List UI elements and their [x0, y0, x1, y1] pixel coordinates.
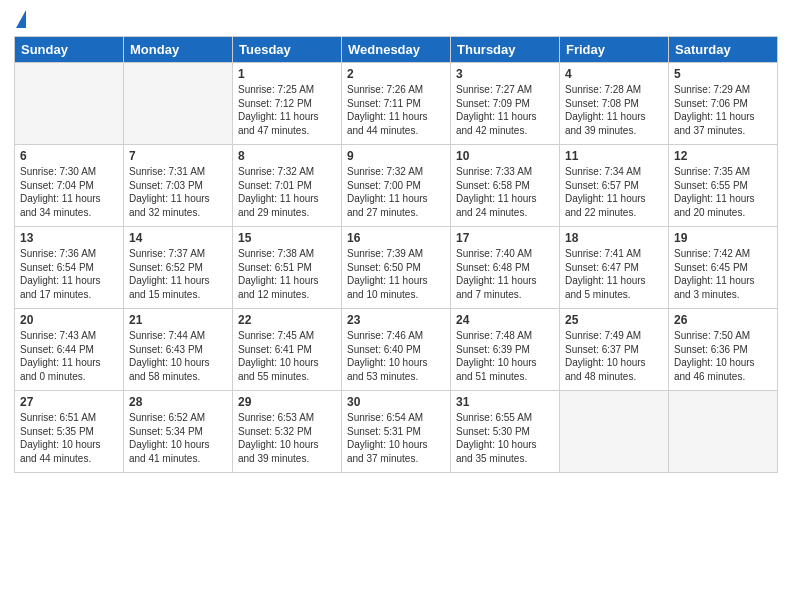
day-number: 1	[238, 67, 336, 81]
day-number: 24	[456, 313, 554, 327]
day-info: Sunrise: 7:43 AM Sunset: 6:44 PM Dayligh…	[20, 329, 118, 383]
day-number: 14	[129, 231, 227, 245]
calendar-cell: 4Sunrise: 7:28 AM Sunset: 7:08 PM Daylig…	[560, 63, 669, 145]
day-info: Sunrise: 7:30 AM Sunset: 7:04 PM Dayligh…	[20, 165, 118, 219]
calendar-cell	[15, 63, 124, 145]
day-number: 22	[238, 313, 336, 327]
calendar-cell: 19Sunrise: 7:42 AM Sunset: 6:45 PM Dayli…	[669, 227, 778, 309]
day-info: Sunrise: 6:53 AM Sunset: 5:32 PM Dayligh…	[238, 411, 336, 465]
calendar-cell: 26Sunrise: 7:50 AM Sunset: 6:36 PM Dayli…	[669, 309, 778, 391]
day-number: 12	[674, 149, 772, 163]
calendar-cell	[560, 391, 669, 473]
day-number: 16	[347, 231, 445, 245]
calendar-cell	[124, 63, 233, 145]
day-number: 31	[456, 395, 554, 409]
header-friday: Friday	[560, 37, 669, 63]
calendar-cell: 12Sunrise: 7:35 AM Sunset: 6:55 PM Dayli…	[669, 145, 778, 227]
day-info: Sunrise: 7:36 AM Sunset: 6:54 PM Dayligh…	[20, 247, 118, 301]
header-row: SundayMondayTuesdayWednesdayThursdayFrid…	[15, 37, 778, 63]
day-info: Sunrise: 7:49 AM Sunset: 6:37 PM Dayligh…	[565, 329, 663, 383]
calendar-cell: 14Sunrise: 7:37 AM Sunset: 6:52 PM Dayli…	[124, 227, 233, 309]
calendar: SundayMondayTuesdayWednesdayThursdayFrid…	[14, 36, 778, 473]
calendar-cell: 3Sunrise: 7:27 AM Sunset: 7:09 PM Daylig…	[451, 63, 560, 145]
calendar-cell: 20Sunrise: 7:43 AM Sunset: 6:44 PM Dayli…	[15, 309, 124, 391]
day-number: 20	[20, 313, 118, 327]
day-number: 18	[565, 231, 663, 245]
calendar-cell: 5Sunrise: 7:29 AM Sunset: 7:06 PM Daylig…	[669, 63, 778, 145]
day-number: 25	[565, 313, 663, 327]
header	[14, 10, 778, 28]
week-row-2: 13Sunrise: 7:36 AM Sunset: 6:54 PM Dayli…	[15, 227, 778, 309]
day-info: Sunrise: 7:44 AM Sunset: 6:43 PM Dayligh…	[129, 329, 227, 383]
day-info: Sunrise: 7:41 AM Sunset: 6:47 PM Dayligh…	[565, 247, 663, 301]
calendar-cell: 29Sunrise: 6:53 AM Sunset: 5:32 PM Dayli…	[233, 391, 342, 473]
day-info: Sunrise: 6:54 AM Sunset: 5:31 PM Dayligh…	[347, 411, 445, 465]
day-info: Sunrise: 7:34 AM Sunset: 6:57 PM Dayligh…	[565, 165, 663, 219]
day-number: 19	[674, 231, 772, 245]
calendar-cell: 22Sunrise: 7:45 AM Sunset: 6:41 PM Dayli…	[233, 309, 342, 391]
calendar-cell: 13Sunrise: 7:36 AM Sunset: 6:54 PM Dayli…	[15, 227, 124, 309]
day-number: 11	[565, 149, 663, 163]
day-info: Sunrise: 7:26 AM Sunset: 7:11 PM Dayligh…	[347, 83, 445, 137]
calendar-cell: 27Sunrise: 6:51 AM Sunset: 5:35 PM Dayli…	[15, 391, 124, 473]
day-number: 5	[674, 67, 772, 81]
calendar-cell: 17Sunrise: 7:40 AM Sunset: 6:48 PM Dayli…	[451, 227, 560, 309]
calendar-cell: 15Sunrise: 7:38 AM Sunset: 6:51 PM Dayli…	[233, 227, 342, 309]
week-row-3: 20Sunrise: 7:43 AM Sunset: 6:44 PM Dayli…	[15, 309, 778, 391]
calendar-cell: 21Sunrise: 7:44 AM Sunset: 6:43 PM Dayli…	[124, 309, 233, 391]
day-info: Sunrise: 7:50 AM Sunset: 6:36 PM Dayligh…	[674, 329, 772, 383]
day-number: 13	[20, 231, 118, 245]
calendar-cell: 25Sunrise: 7:49 AM Sunset: 6:37 PM Dayli…	[560, 309, 669, 391]
day-info: Sunrise: 7:29 AM Sunset: 7:06 PM Dayligh…	[674, 83, 772, 137]
day-number: 29	[238, 395, 336, 409]
calendar-cell: 23Sunrise: 7:46 AM Sunset: 6:40 PM Dayli…	[342, 309, 451, 391]
day-info: Sunrise: 7:31 AM Sunset: 7:03 PM Dayligh…	[129, 165, 227, 219]
day-info: Sunrise: 7:39 AM Sunset: 6:50 PM Dayligh…	[347, 247, 445, 301]
calendar-cell: 1Sunrise: 7:25 AM Sunset: 7:12 PM Daylig…	[233, 63, 342, 145]
calendar-cell: 24Sunrise: 7:48 AM Sunset: 6:39 PM Dayli…	[451, 309, 560, 391]
calendar-cell: 16Sunrise: 7:39 AM Sunset: 6:50 PM Dayli…	[342, 227, 451, 309]
week-row-4: 27Sunrise: 6:51 AM Sunset: 5:35 PM Dayli…	[15, 391, 778, 473]
day-info: Sunrise: 6:51 AM Sunset: 5:35 PM Dayligh…	[20, 411, 118, 465]
calendar-cell: 2Sunrise: 7:26 AM Sunset: 7:11 PM Daylig…	[342, 63, 451, 145]
header-sunday: Sunday	[15, 37, 124, 63]
day-info: Sunrise: 6:52 AM Sunset: 5:34 PM Dayligh…	[129, 411, 227, 465]
calendar-cell: 7Sunrise: 7:31 AM Sunset: 7:03 PM Daylig…	[124, 145, 233, 227]
day-info: Sunrise: 7:28 AM Sunset: 7:08 PM Dayligh…	[565, 83, 663, 137]
day-info: Sunrise: 7:37 AM Sunset: 6:52 PM Dayligh…	[129, 247, 227, 301]
day-number: 3	[456, 67, 554, 81]
day-number: 4	[565, 67, 663, 81]
page: SundayMondayTuesdayWednesdayThursdayFrid…	[0, 0, 792, 612]
calendar-cell: 10Sunrise: 7:33 AM Sunset: 6:58 PM Dayli…	[451, 145, 560, 227]
header-monday: Monday	[124, 37, 233, 63]
day-number: 23	[347, 313, 445, 327]
day-info: Sunrise: 7:46 AM Sunset: 6:40 PM Dayligh…	[347, 329, 445, 383]
day-info: Sunrise: 7:42 AM Sunset: 6:45 PM Dayligh…	[674, 247, 772, 301]
day-info: Sunrise: 7:35 AM Sunset: 6:55 PM Dayligh…	[674, 165, 772, 219]
day-number: 30	[347, 395, 445, 409]
day-number: 8	[238, 149, 336, 163]
day-number: 27	[20, 395, 118, 409]
calendar-cell: 9Sunrise: 7:32 AM Sunset: 7:00 PM Daylig…	[342, 145, 451, 227]
calendar-cell: 6Sunrise: 7:30 AM Sunset: 7:04 PM Daylig…	[15, 145, 124, 227]
week-row-0: 1Sunrise: 7:25 AM Sunset: 7:12 PM Daylig…	[15, 63, 778, 145]
day-info: Sunrise: 7:32 AM Sunset: 7:01 PM Dayligh…	[238, 165, 336, 219]
logo-icon	[16, 10, 26, 28]
day-info: Sunrise: 7:33 AM Sunset: 6:58 PM Dayligh…	[456, 165, 554, 219]
header-saturday: Saturday	[669, 37, 778, 63]
logo	[14, 10, 26, 28]
day-number: 7	[129, 149, 227, 163]
day-number: 17	[456, 231, 554, 245]
day-info: Sunrise: 7:38 AM Sunset: 6:51 PM Dayligh…	[238, 247, 336, 301]
day-info: Sunrise: 7:27 AM Sunset: 7:09 PM Dayligh…	[456, 83, 554, 137]
day-number: 10	[456, 149, 554, 163]
header-thursday: Thursday	[451, 37, 560, 63]
day-info: Sunrise: 7:32 AM Sunset: 7:00 PM Dayligh…	[347, 165, 445, 219]
day-number: 6	[20, 149, 118, 163]
calendar-cell: 30Sunrise: 6:54 AM Sunset: 5:31 PM Dayli…	[342, 391, 451, 473]
day-info: Sunrise: 7:45 AM Sunset: 6:41 PM Dayligh…	[238, 329, 336, 383]
day-number: 21	[129, 313, 227, 327]
calendar-cell: 11Sunrise: 7:34 AM Sunset: 6:57 PM Dayli…	[560, 145, 669, 227]
day-number: 15	[238, 231, 336, 245]
day-info: Sunrise: 7:40 AM Sunset: 6:48 PM Dayligh…	[456, 247, 554, 301]
